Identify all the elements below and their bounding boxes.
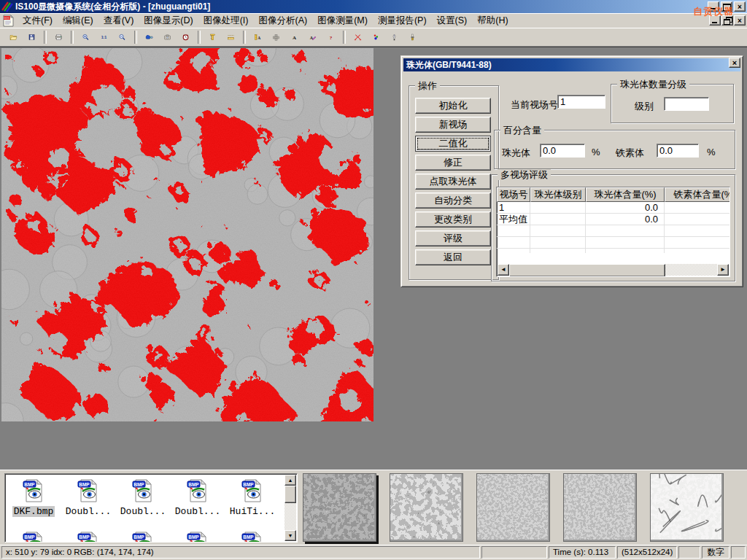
file-item-Doubl[interactable]: BMPDoubl... bbox=[171, 478, 225, 517]
file-name[interactable]: DKF.bmp bbox=[12, 506, 55, 517]
toolbar-measure-label-button[interactable]: A bbox=[249, 29, 267, 45]
menu-item-4[interactable]: 图像显示(D) bbox=[139, 13, 198, 28]
actual-size-icon: 1:1 bbox=[100, 30, 108, 44]
scroll-left-button[interactable]: ◄ bbox=[498, 264, 509, 276]
file-item-Doubl[interactable]: BMPDoubl... bbox=[116, 478, 170, 517]
child-minimize-button[interactable] bbox=[709, 15, 721, 26]
scroll-right-button[interactable]: ► bbox=[717, 264, 729, 276]
child-restore-button[interactable] bbox=[721, 15, 733, 26]
toolbar-color-classify-button[interactable] bbox=[367, 29, 385, 45]
dialog-title-bar[interactable]: 珠光体(GB/T9441-88) bbox=[403, 58, 740, 71]
file-item-row2[interactable]: BMP bbox=[171, 531, 225, 542]
menu-item-6[interactable]: 图像分析(A) bbox=[253, 13, 312, 28]
file-item-row2[interactable]: BMP bbox=[116, 531, 170, 542]
op-button-8[interactable]: 评级 bbox=[415, 230, 491, 246]
table-horizontal-scrollbar[interactable]: ◄ ► bbox=[498, 264, 729, 276]
toolbar-timer-button[interactable] bbox=[177, 29, 195, 45]
file-item-Doubl[interactable]: BMPDoubl... bbox=[61, 478, 115, 517]
toolbar-pen-button[interactable] bbox=[385, 29, 403, 45]
thumbnail-1[interactable] bbox=[303, 473, 376, 542]
menu-item-8[interactable]: 测量报告(P) bbox=[373, 13, 432, 28]
toolbar-video-camera-button[interactable] bbox=[140, 29, 158, 45]
bmp-file-icon: BMP bbox=[185, 531, 210, 542]
toolbar-caliper-button[interactable] bbox=[204, 29, 222, 45]
thumbnail-5[interactable] bbox=[650, 473, 724, 542]
dialog-close-button[interactable]: × bbox=[729, 58, 740, 68]
toolbar-text-edit-button[interactable]: A bbox=[303, 29, 322, 45]
pearlite-percent-input[interactable] bbox=[540, 144, 585, 158]
table-header-3[interactable]: 珠光体含量(%) bbox=[586, 187, 665, 202]
document-icon[interactable]: DOC bbox=[2, 15, 15, 27]
child-close-button[interactable]: × bbox=[734, 15, 746, 26]
toolbar-help-button[interactable]: ? bbox=[322, 29, 340, 45]
minimize-button[interactable] bbox=[708, 1, 719, 12]
scroll-down-button[interactable]: ▼ bbox=[285, 530, 296, 541]
table-cell bbox=[530, 237, 586, 249]
toolbar-open-button[interactable] bbox=[4, 29, 23, 45]
menu-item-7[interactable]: 图像测量(M) bbox=[312, 13, 373, 28]
op-button-4[interactable]: 修正 bbox=[415, 155, 491, 171]
scrollbar-thumb[interactable] bbox=[509, 264, 665, 277]
file-item-DKFbmp[interactable]: BMPDKF.bmp bbox=[7, 478, 61, 517]
current-field-input[interactable] bbox=[557, 95, 605, 109]
file-item-row2[interactable]: BMP bbox=[225, 531, 279, 542]
toolbar-capture-button[interactable] bbox=[158, 29, 177, 45]
pearlite-percent-sign: % bbox=[592, 147, 600, 158]
toolbar-image-merge-button[interactable] bbox=[267, 29, 285, 45]
op-button-5[interactable]: 点取珠光体 bbox=[415, 174, 491, 190]
menu-item-1[interactable]: 文件(F) bbox=[18, 13, 58, 28]
table-row[interactable]: 10.0 bbox=[497, 202, 729, 214]
thumbnail-3[interactable] bbox=[476, 473, 550, 542]
file-name[interactable]: Doubl... bbox=[119, 506, 167, 517]
toolbar-brush-button[interactable] bbox=[403, 29, 422, 45]
scrollbar-track[interactable] bbox=[665, 264, 717, 276]
toolbar-zoom-out-button[interactable] bbox=[113, 29, 131, 45]
file-name[interactable]: HuiTi... bbox=[228, 506, 276, 517]
svg-text:BMP: BMP bbox=[133, 534, 144, 540]
menu-item-2[interactable]: 编辑(E) bbox=[58, 13, 98, 28]
table-cell bbox=[530, 225, 586, 237]
file-item-HuiTi[interactable]: BMPHuiTi... bbox=[225, 478, 279, 517]
grade-group: 珠光体数量分级 级别 bbox=[611, 84, 734, 123]
op-button-6[interactable]: 自动分类 bbox=[415, 192, 491, 209]
toolbar-ruler-button[interactable] bbox=[222, 29, 240, 45]
scroll-up-button[interactable]: ▲ bbox=[285, 475, 296, 486]
table-header-4[interactable]: 铁素体含量(%) bbox=[665, 187, 729, 202]
toolbar-text-button[interactable]: A bbox=[285, 29, 303, 45]
file-name[interactable]: Doubl... bbox=[174, 506, 222, 517]
toolbar-actual-size-button[interactable]: 1:1 bbox=[95, 29, 113, 45]
thumbnail-2[interactable] bbox=[390, 473, 463, 542]
file-list-scrollbar[interactable]: ▲ ▼ bbox=[285, 475, 296, 541]
menu-item-5[interactable]: 图像处理(I) bbox=[198, 13, 254, 28]
op-button-9[interactable]: 返回 bbox=[415, 249, 491, 265]
thumbnail-4[interactable] bbox=[563, 473, 637, 542]
micrograph-image[interactable] bbox=[1, 48, 374, 421]
menu-item-3[interactable]: 查看(V) bbox=[98, 13, 139, 28]
toolbar-scissors-button[interactable] bbox=[349, 29, 367, 45]
op-button-2[interactable]: 新视场 bbox=[415, 117, 491, 133]
toolbar-zoom-in-button[interactable] bbox=[77, 29, 95, 45]
op-button-3[interactable]: 二值化 bbox=[415, 136, 491, 152]
file-item-row2[interactable]: BMP bbox=[7, 531, 61, 542]
op-button-1[interactable]: 初始化 bbox=[415, 98, 491, 114]
op-button-7[interactable]: 更改类别 bbox=[415, 211, 491, 228]
ferrite-percent-input[interactable] bbox=[657, 144, 699, 158]
toolbar-print-button[interactable] bbox=[50, 29, 68, 45]
bmp-file-icon: BMP bbox=[76, 478, 101, 503]
file-scrollbar-thumb[interactable] bbox=[285, 486, 296, 503]
file-item-row2[interactable]: BMP bbox=[61, 531, 115, 542]
maximize-button[interactable] bbox=[721, 1, 732, 12]
table-header-1[interactable]: 视场号 bbox=[497, 187, 530, 202]
workspace: 珠光体(GB/T9441-88) × 操作 初始化新视场二值化修正点取珠光体自动… bbox=[0, 47, 747, 469]
toolbar-separator bbox=[343, 31, 346, 44]
menu-item-10[interactable]: 帮助(H) bbox=[472, 13, 513, 28]
table-header-2[interactable]: 珠光体级别 bbox=[530, 187, 586, 202]
multifield-group-label: 多视场评级 bbox=[498, 169, 551, 180]
toolbar-save-button[interactable] bbox=[23, 29, 41, 45]
table-row[interactable]: 平均值0.0 bbox=[497, 214, 729, 225]
status-bar: x: 510 y: 79 idx: 0 RGB: (174, 174, 174)… bbox=[0, 545, 747, 560]
menu-item-9[interactable]: 设置(S) bbox=[432, 13, 473, 28]
close-button[interactable]: × bbox=[734, 1, 746, 12]
grade-input[interactable] bbox=[664, 97, 709, 111]
file-name[interactable]: Doubl... bbox=[64, 506, 112, 517]
